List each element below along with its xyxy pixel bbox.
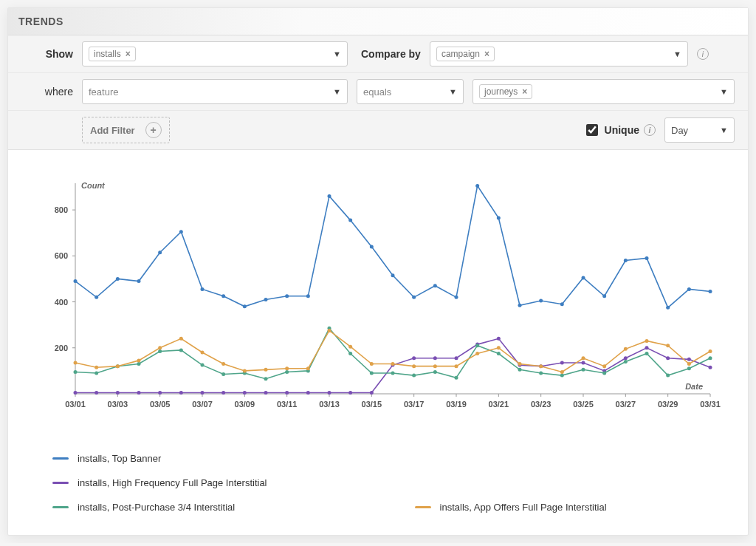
close-icon[interactable]: × — [126, 49, 131, 59]
svg-text:Date: Date — [685, 382, 703, 391]
svg-point-68 — [582, 276, 585, 279]
svg-point-60 — [412, 296, 416, 299]
svg-text:03/17: 03/17 — [404, 400, 425, 409]
chart-legend: installs, Top Bannerinstalls, High Frequ… — [8, 453, 748, 535]
svg-point-54 — [285, 294, 289, 298]
svg-point-79 — [158, 391, 162, 395]
svg-point-53 — [264, 298, 268, 301]
where-op-placeholder: equals — [363, 86, 391, 98]
svg-point-126 — [497, 352, 501, 355]
legend-swatch — [415, 506, 431, 508]
panel-title: TRENDS — [8, 8, 748, 35]
legend-item[interactable]: installs, App Offers Full Page Interstit… — [415, 502, 711, 513]
legend-label: installs, Post-Purchase 3/4 Interstitial — [78, 502, 235, 513]
svg-point-147 — [285, 366, 289, 370]
svg-point-139 — [116, 364, 120, 368]
svg-point-125 — [475, 344, 479, 347]
legend-swatch — [52, 506, 69, 508]
unique-checkbox[interactable]: Unique i — [583, 122, 656, 138]
svg-point-93 — [455, 356, 458, 360]
where-op-select[interactable]: equals ▼ — [357, 79, 464, 104]
legend-left-col: installs, Top Bannerinstalls, High Frequ… — [52, 453, 415, 513]
trends-chart: 200400600800Count03/0103/0303/0503/0703/… — [30, 172, 726, 423]
svg-point-135 — [687, 366, 691, 370]
svg-point-63 — [475, 184, 479, 188]
where-value-select[interactable]: journeys × ▼ — [472, 79, 735, 104]
info-icon[interactable]: i — [644, 124, 656, 136]
svg-point-158 — [518, 362, 522, 366]
svg-text:600: 600 — [55, 251, 68, 260]
svg-point-148 — [306, 366, 310, 370]
svg-text:03/31: 03/31 — [700, 400, 721, 409]
granularity-value: Day — [671, 125, 688, 136]
close-icon[interactable]: × — [522, 86, 527, 97]
svg-point-166 — [687, 362, 691, 366]
where-label: where — [21, 86, 73, 98]
svg-point-49 — [179, 230, 183, 233]
svg-point-56 — [328, 194, 331, 198]
svg-point-88 — [348, 391, 352, 395]
compare-chip[interactable]: campaign × — [436, 47, 495, 61]
legend-swatch — [52, 482, 69, 484]
compare-select[interactable]: campaign × ▼ — [430, 41, 688, 66]
svg-point-77 — [116, 391, 120, 395]
svg-point-55 — [306, 294, 310, 298]
svg-point-45 — [94, 296, 98, 299]
where-value-chip[interactable]: journeys × — [479, 84, 532, 99]
svg-point-129 — [560, 374, 564, 378]
svg-point-104 — [687, 358, 691, 361]
chevron-down-icon: ▼ — [333, 50, 341, 58]
svg-point-70 — [624, 259, 628, 262]
legend-item[interactable]: installs, Top Banner — [52, 453, 415, 464]
compare-label: Compare by — [361, 48, 421, 60]
svg-point-102 — [645, 346, 649, 349]
granularity-select[interactable]: Day ▼ — [664, 117, 735, 143]
svg-point-110 — [158, 349, 162, 353]
svg-point-153 — [412, 364, 416, 368]
svg-point-81 — [201, 391, 205, 395]
close-icon[interactable]: × — [484, 49, 489, 59]
svg-point-157 — [497, 346, 501, 349]
svg-text:03/05: 03/05 — [150, 400, 171, 409]
svg-point-156 — [475, 352, 479, 355]
svg-point-101 — [624, 356, 628, 360]
svg-point-133 — [645, 352, 649, 355]
svg-text:03/19: 03/19 — [446, 400, 467, 409]
legend-item[interactable]: installs, Post-Purchase 3/4 Interstitial — [52, 502, 415, 513]
svg-text:03/29: 03/29 — [658, 400, 678, 409]
svg-point-66 — [539, 299, 543, 303]
svg-point-48 — [158, 250, 162, 254]
svg-point-165 — [666, 344, 670, 347]
info-icon[interactable]: i — [697, 48, 709, 60]
svg-text:03/13: 03/13 — [319, 400, 340, 409]
svg-point-119 — [348, 352, 352, 355]
filter-row-where: where feature ▼ equals ▼ journeys × ▼ — [8, 72, 748, 110]
svg-point-99 — [582, 361, 585, 365]
svg-point-142 — [179, 337, 183, 341]
show-label: Show — [21, 48, 73, 60]
legend-swatch — [52, 457, 69, 460]
svg-text:03/15: 03/15 — [362, 400, 382, 409]
svg-point-124 — [455, 376, 458, 380]
svg-point-152 — [391, 362, 395, 366]
filter-row-show: Show installs × ▼ Compare by campaign × … — [8, 35, 748, 72]
where-field-select[interactable]: feature ▼ — [82, 79, 348, 104]
svg-text:Count: Count — [81, 181, 106, 190]
svg-point-80 — [179, 391, 183, 395]
svg-point-161 — [582, 356, 585, 360]
svg-point-89 — [370, 391, 374, 395]
svg-text:03/11: 03/11 — [277, 400, 298, 409]
where-value-chip-label: journeys — [484, 86, 518, 97]
svg-text:800: 800 — [55, 205, 68, 214]
svg-point-103 — [666, 356, 670, 360]
show-chip[interactable]: installs × — [89, 47, 136, 61]
legend-label: installs, App Offers Full Page Interstit… — [440, 502, 607, 513]
svg-point-136 — [709, 356, 712, 360]
show-select[interactable]: installs × ▼ — [82, 41, 348, 66]
filter-controls: Show installs × ▼ Compare by campaign × … — [8, 35, 748, 150]
trends-panel: TRENDS Show installs × ▼ Compare by camp… — [7, 7, 749, 536]
unique-checkbox-input[interactable] — [586, 124, 598, 136]
legend-item[interactable]: installs, High Frequency Full Page Inter… — [52, 477, 415, 488]
svg-text:03/07: 03/07 — [192, 400, 213, 409]
add-filter-button[interactable]: Add Filter + — [82, 117, 170, 143]
